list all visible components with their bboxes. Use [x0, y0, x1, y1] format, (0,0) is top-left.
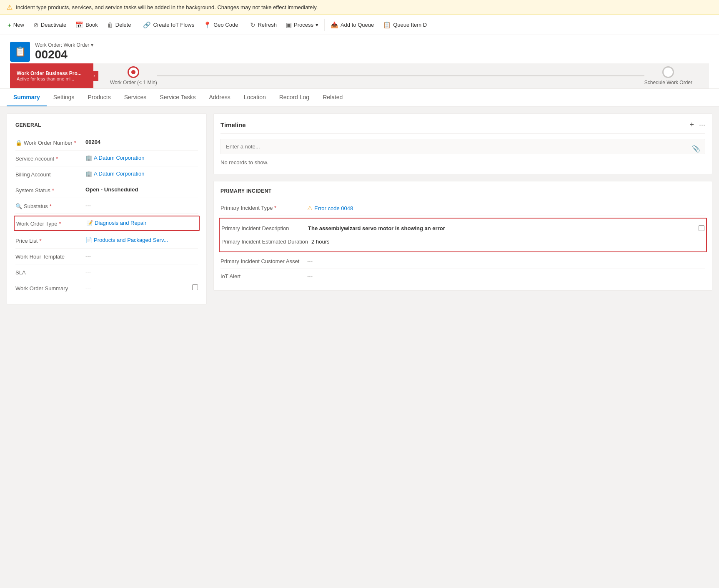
incident-value-type[interactable]: ⚠ Error code 0048 — [307, 205, 705, 211]
tab-service-tasks[interactable]: Service Tasks — [153, 89, 202, 106]
label-sla: SLA — [15, 269, 82, 276]
required-star-incident: * — [274, 205, 276, 211]
field-system-status: System Status * Open - Unscheduled — [15, 182, 198, 198]
queue-item-d-button[interactable]: 📋 Queue Item D — [379, 19, 431, 31]
label-price-list: Price List * — [15, 237, 82, 244]
description-checkbox[interactable] — [699, 225, 704, 231]
billing-account-icon: 🏢 — [85, 171, 92, 177]
process-button[interactable]: ▣ Process ▾ — [282, 19, 323, 31]
required-star-5: * — [59, 221, 61, 227]
tab-summary[interactable]: Summary — [7, 89, 47, 106]
timeline-title: Timeline — [220, 121, 246, 128]
delete-icon: 🗑 — [107, 21, 113, 28]
book-icon: 📅 — [75, 21, 83, 29]
field-substatus: 🔍 Substatus * --- — [15, 198, 198, 214]
new-button[interactable]: + New — [3, 19, 28, 31]
incident-value-asset: --- — [307, 258, 705, 264]
field-work-order-type: Work Order Type * 📝 Diagnosis and Repair — [14, 216, 200, 231]
tab-services[interactable]: Services — [118, 89, 153, 106]
value-price-list[interactable]: 📄 Products and Packaged Serv... — [85, 237, 198, 243]
label-billing-account: Billing Account — [15, 171, 82, 178]
label-work-order-type: Work Order Type * — [16, 220, 83, 227]
timeline-empty-message: No records to show. — [220, 158, 705, 167]
bpf-bar: Work Order Business Pro... Active for le… — [10, 63, 709, 88]
queue-item-d-label: Queue Item D — [393, 22, 427, 28]
incident-label-asset: Primary Incident Customer Asset — [220, 258, 304, 264]
timeline-note-wrap: 📎 — [220, 139, 705, 158]
record-title: 📋 Work Order: Work Order ▾ 00204 — [10, 42, 709, 62]
service-account-icon: 🏢 — [85, 155, 92, 161]
value-work-order-type[interactable]: 📝 Diagnosis and Repair — [86, 220, 197, 226]
bpf-node-work-order[interactable]: Work Order (< 1 Min) — [110, 66, 157, 85]
process-label: Process — [294, 22, 313, 28]
work-order-summary-checkbox[interactable] — [192, 284, 198, 290]
timeline-add-button[interactable]: + — [689, 121, 694, 129]
divider-1 — [137, 19, 137, 31]
label-work-hour-template: Work Hour Template — [15, 253, 82, 260]
new-button-label: New — [13, 22, 24, 28]
tab-location[interactable]: Location — [237, 89, 273, 106]
record-icon: 📋 — [10, 42, 30, 62]
geo-code-label: Geo Code — [213, 22, 238, 28]
book-button[interactable]: 📅 Book — [71, 19, 102, 31]
timeline-note-input[interactable] — [220, 139, 705, 154]
record-id: 00204 — [35, 48, 93, 61]
bpf-connector — [157, 75, 644, 76]
tab-address[interactable]: Address — [202, 89, 237, 106]
required-star-2: * — [56, 156, 58, 162]
add-to-queue-label: Add to Queue — [341, 22, 374, 28]
delete-button[interactable]: 🗑 Delete — [103, 19, 135, 31]
incident-field-asset: Primary Incident Customer Asset --- — [220, 254, 705, 269]
add-queue-icon: 📥 — [331, 21, 338, 29]
work-order-type-icon: 📝 — [86, 220, 93, 226]
notification-bar: ⚠ Incident type products, services, and … — [0, 0, 719, 15]
attach-icon: 📎 — [692, 144, 700, 152]
record-type-chevron[interactable]: ▾ — [91, 42, 93, 48]
tab-products[interactable]: Products — [81, 89, 117, 106]
divider-3 — [324, 19, 325, 31]
incident-value-duration: 2 hours — [311, 239, 704, 245]
incident-value-description: The assemblywizard servo motor is showin… — [308, 225, 695, 231]
nav-tabs: Summary Settings Products Services Servi… — [0, 89, 719, 107]
value-billing-account[interactable]: 🏢 A Datum Corporation — [85, 171, 198, 177]
create-iot-label: Create IoT Flows — [153, 22, 194, 28]
deactivate-button[interactable]: ⊘ Deactivate — [29, 19, 70, 31]
timeline-more-button[interactable]: ··· — [699, 121, 705, 129]
tab-settings[interactable]: Settings — [47, 89, 81, 106]
delete-button-label: Delete — [115, 22, 131, 28]
create-iot-button[interactable]: 🔗 Create IoT Flows — [139, 19, 198, 31]
bpf-circle-work-order — [128, 66, 139, 78]
highlighted-incident-block: Primary Incident Description The assembl… — [219, 218, 707, 252]
value-work-order-summary: --- — [85, 284, 189, 291]
bpf-stage-label-schedule: Schedule Work Order — [644, 80, 692, 85]
tab-record-log[interactable]: Record Log — [273, 89, 316, 106]
required-star-6: * — [39, 238, 41, 244]
deactivate-icon: ⊘ — [33, 21, 39, 29]
tab-related[interactable]: Related — [316, 89, 349, 106]
refresh-button[interactable]: ↻ Refresh — [246, 19, 281, 31]
bpf-node-schedule[interactable]: Schedule Work Order — [644, 66, 692, 85]
geo-code-button[interactable]: 📍 Geo Code — [199, 19, 242, 31]
process-icon: ▣ — [286, 21, 292, 29]
refresh-icon: ↻ — [250, 21, 256, 29]
incident-field-iot: IoT Alert --- — [220, 269, 705, 284]
value-substatus: --- — [85, 202, 198, 209]
value-service-account[interactable]: 🏢 A Datum Corporation — [85, 155, 198, 161]
warning-triangle-icon: ⚠ — [307, 205, 313, 211]
bpf-active-stage[interactable]: Work Order Business Pro... Active for le… — [10, 63, 93, 88]
add-to-queue-button[interactable]: 📥 Add to Queue — [326, 19, 378, 31]
incident-field-type: Primary Incident Type * ⚠ Error code 004… — [220, 201, 705, 216]
bpf-collapse-button[interactable]: ‹ — [90, 71, 98, 81]
bpf-circle-schedule — [662, 66, 674, 78]
new-icon: + — [8, 21, 11, 28]
header-area: 📋 Work Order: Work Order ▾ 00204 Work Or… — [0, 35, 719, 89]
field-service-account: Service Account * 🏢 A Datum Corporation — [15, 151, 198, 166]
timeline-actions: + ··· — [689, 121, 705, 129]
label-substatus: 🔍 Substatus * — [15, 202, 82, 209]
command-bar: + New ⊘ Deactivate 📅 Book 🗑 Delete 🔗 Cre… — [0, 15, 719, 35]
incident-field-description: Primary Incident Description The assembl… — [221, 222, 704, 235]
price-list-icon: 📄 — [85, 237, 92, 243]
bpf-stage-label-work-order: Work Order (< 1 Min) — [110, 80, 157, 85]
iot-icon: 🔗 — [143, 21, 151, 29]
value-sla: --- — [85, 269, 198, 275]
